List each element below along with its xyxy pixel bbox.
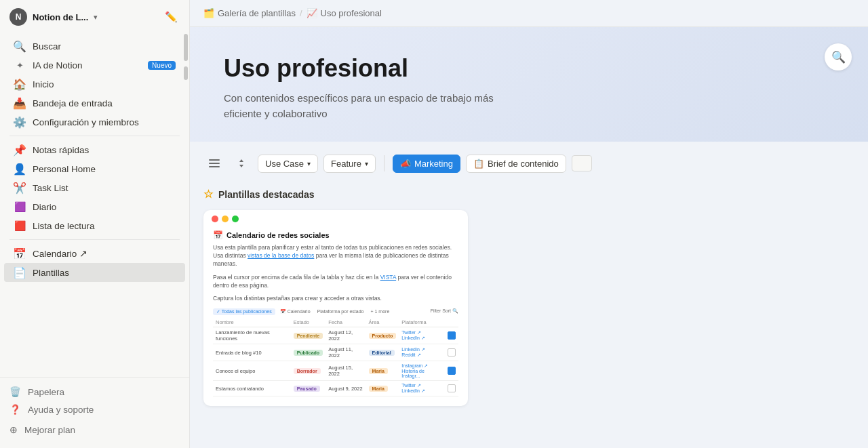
brief-contenido-filter[interactable]: 📋 Brief de contenido bbox=[466, 155, 566, 173]
template-card[interactable]: 📅 Calendario de redes sociales Usa esta … bbox=[203, 210, 468, 406]
col-fecha: Fecha bbox=[326, 318, 366, 327]
row-date: August 11, 2022 bbox=[326, 344, 366, 361]
row-status: Pendiente bbox=[291, 327, 326, 344]
row-date: August 15, 2022 bbox=[326, 361, 366, 381]
section-header: ☆ Plantillas destacadas bbox=[203, 185, 854, 201]
row-status: Pausado bbox=[291, 381, 326, 396]
row-area: Editorial bbox=[366, 344, 399, 361]
more-filters[interactable] bbox=[572, 155, 592, 171]
sidebar-item-ia[interactable]: ✦ IA de Notion Nuevo bbox=[4, 56, 185, 75]
sidebar-footer: 🗑️ Papelera ❓ Ayuda y soporte ⊕ Mejorar … bbox=[0, 377, 189, 448]
row-check bbox=[445, 361, 458, 381]
sort-button[interactable] bbox=[231, 152, 252, 174]
feature-filter[interactable]: Feature ▾ bbox=[323, 155, 376, 173]
footer-item-mejorar[interactable]: ⊕ Mejorar plan bbox=[9, 421, 180, 439]
row-check bbox=[445, 327, 458, 344]
marketing-filter[interactable]: 📣 Marketing bbox=[393, 155, 460, 173]
card-preview: 📅 Calendario de redes sociales Usa esta … bbox=[203, 226, 468, 406]
footer-item-ayuda[interactable]: ❓ Ayuda y soporte bbox=[9, 401, 180, 418]
filter-bar: Use Case ▾ Feature ▾ 📣 Marketing 📋 Brief… bbox=[190, 142, 868, 185]
scrollbar-thumb-bottom[interactable] bbox=[184, 66, 188, 80]
dot-red bbox=[212, 216, 218, 222]
inbox-icon: 📥 bbox=[14, 97, 26, 109]
sidebar-divider bbox=[9, 136, 180, 136]
breadcrumb-gallery[interactable]: 🗂️ Galería de plantillas bbox=[203, 8, 296, 18]
col-plataforma: Plataforma bbox=[399, 318, 445, 327]
table-row: Conoce el equipo Borrador August 15, 202… bbox=[213, 361, 458, 381]
filter-list-button[interactable] bbox=[203, 152, 225, 174]
dot-green bbox=[232, 216, 239, 222]
brief-icon: 📋 bbox=[473, 159, 484, 169]
row-area: Maria bbox=[366, 381, 399, 396]
use-case-label: Use Case bbox=[265, 159, 304, 169]
row-platform: Twitter ↗LinkedIn ↗ bbox=[399, 381, 445, 396]
col-estado: Estado bbox=[291, 318, 326, 327]
sidebar-item-calendario[interactable]: 📅 Calendario ↗ bbox=[4, 244, 185, 263]
new-page-button[interactable]: ✏️ bbox=[162, 8, 180, 26]
help-icon: ❓ bbox=[9, 404, 21, 415]
table-row: Estamos contratando Pausado August 9, 20… bbox=[213, 381, 458, 396]
card-title: 📅 Calendario de redes sociales bbox=[213, 230, 458, 240]
tab-calendar: 📅 Calendario bbox=[278, 308, 313, 315]
search-button[interactable]: 🔍 bbox=[825, 43, 852, 70]
col-check bbox=[445, 318, 458, 327]
page-title: Uso profesional bbox=[224, 54, 834, 83]
pro-icon: 📈 bbox=[307, 8, 317, 18]
notes-icon: 📌 bbox=[14, 144, 26, 156]
workspace-name: Notion de L... bbox=[33, 12, 88, 22]
use-case-filter[interactable]: Use Case ▾ bbox=[258, 155, 318, 173]
sidebar-nav: 🔍 Buscar ✦ IA de Notion Nuevo 🏠 Inicio 📥… bbox=[0, 34, 189, 377]
marketing-label: Marketing bbox=[414, 159, 453, 169]
tab-more: + 1 more bbox=[368, 308, 391, 315]
tab-platform: Plataforma por estado bbox=[315, 308, 366, 315]
row-name: Entrada de blog #10 bbox=[213, 344, 291, 361]
row-name: Conoce el equipo bbox=[213, 361, 291, 381]
megaphone-icon: 📣 bbox=[400, 159, 411, 169]
row-name: Lanzamiento de nuevas funciones bbox=[213, 327, 291, 344]
scrollbar-thumb[interactable] bbox=[184, 34, 188, 61]
filter-divider bbox=[384, 155, 384, 171]
row-date: August 12, 2022 bbox=[326, 327, 366, 344]
scrollbar[interactable] bbox=[184, 34, 188, 80]
sidebar-item-config[interactable]: ⚙️ Configuración y miembros bbox=[4, 113, 185, 131]
home-icon: 🏠 bbox=[14, 78, 26, 90]
feature-chevron: ▾ bbox=[365, 160, 368, 167]
row-status: Publicado bbox=[291, 344, 326, 361]
sidebar-item-tasklist[interactable]: ✂️ Task List bbox=[4, 178, 185, 197]
sidebar-item-lectura[interactable]: 🟥 Lista de lectura bbox=[4, 216, 185, 235]
sidebar-item-buscar[interactable]: 🔍 Buscar bbox=[4, 37, 185, 56]
trash-icon: 🗑️ bbox=[9, 386, 21, 397]
card-table: Nombre Estado Fecha Área Plataforma Lanz… bbox=[213, 318, 458, 396]
col-name: Nombre bbox=[213, 318, 291, 327]
col-area: Área bbox=[366, 318, 399, 327]
settings-icon: ⚙️ bbox=[14, 116, 26, 128]
svg-rect-1 bbox=[209, 163, 220, 164]
row-check bbox=[445, 344, 458, 361]
diario-icon: 🟪 bbox=[14, 201, 26, 213]
sidebar-item-bandeja[interactable]: 📥 Bandeja de entrada bbox=[4, 94, 185, 113]
workspace-header[interactable]: N Notion de L... ▾ ✏️ bbox=[0, 0, 189, 34]
sidebar-item-plantillas[interactable]: 📄 Plantillas bbox=[4, 263, 185, 282]
sidebar-item-diario[interactable]: 🟪 Diario bbox=[4, 197, 185, 216]
brief-label: Brief de contenido bbox=[488, 159, 559, 169]
gallery-icon: 🗂️ bbox=[203, 8, 214, 18]
card-table-tabs: ✓ Todas las publicaciones 📅 Calendario P… bbox=[213, 308, 458, 315]
footer-item-papelera[interactable]: 🗑️ Papelera bbox=[9, 383, 180, 401]
page-description: Con contenidos específicos para un espac… bbox=[224, 91, 495, 121]
breadcrumb-current[interactable]: 📈 Uso profesional bbox=[307, 8, 382, 18]
calendar-emoji: 📅 bbox=[213, 230, 223, 240]
sidebar: N Notion de L... ▾ ✏️ 🔍 Buscar ✦ IA de N… bbox=[0, 0, 190, 448]
sidebar-item-personal[interactable]: 👤 Personal Home bbox=[4, 159, 185, 178]
sidebar-item-notas[interactable]: 📌 Notas rápidas bbox=[4, 140, 185, 159]
row-date: August 9, 2022 bbox=[326, 381, 366, 396]
sidebar-item-inicio[interactable]: 🏠 Inicio bbox=[4, 75, 185, 94]
main-content: 🗂️ Galería de plantillas / 📈 Uso profesi… bbox=[190, 0, 868, 448]
row-platform: Twitter ↗LinkedIn ↗ bbox=[399, 327, 445, 344]
breadcrumb: 🗂️ Galería de plantillas / 📈 Uso profesi… bbox=[190, 0, 868, 27]
breadcrumb-separator: / bbox=[300, 8, 302, 18]
row-platform: Instagram ↗Historia de Instagr... bbox=[399, 361, 445, 381]
star-icon: ☆ bbox=[203, 188, 213, 201]
use-case-chevron: ▾ bbox=[307, 160, 311, 167]
calendar-icon: 📅 bbox=[14, 247, 26, 260]
feature-label: Feature bbox=[331, 159, 361, 169]
